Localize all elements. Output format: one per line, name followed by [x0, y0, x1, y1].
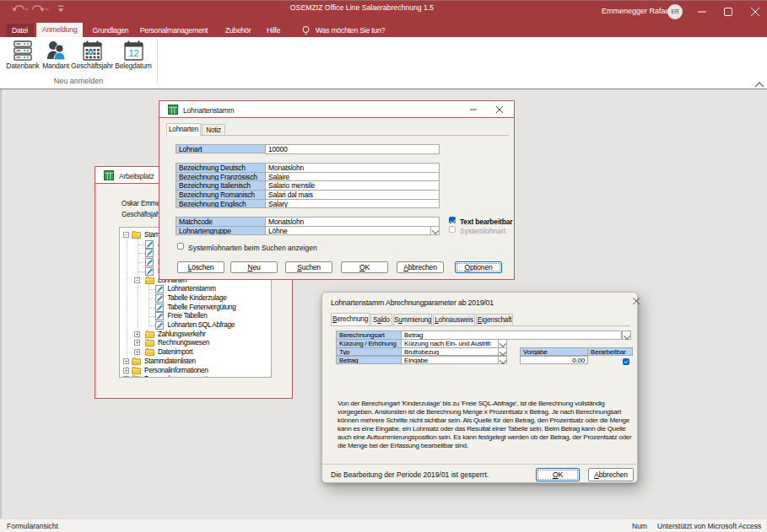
svg-text:12: 12: [128, 48, 138, 58]
